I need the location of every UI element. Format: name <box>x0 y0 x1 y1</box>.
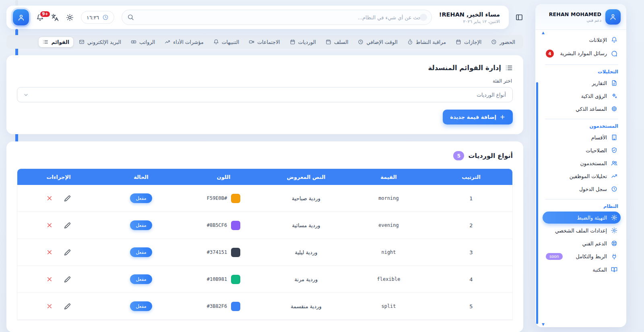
section-users: المستخدمون <box>545 123 618 129</box>
status-badge[interactable]: مفعل <box>130 193 152 203</box>
sidebar-scroll-down-icon[interactable]: ▼ <box>542 322 545 326</box>
color-hex: #3B82F6 <box>207 303 227 309</box>
tab-kpis[interactable]: مؤشرات الأداء <box>161 37 207 47</box>
sidebar-nav: الإعلانات رسائل الموارد البشرية 4 التحلي… <box>535 30 626 280</box>
cell-display: وردية مرنة <box>265 276 347 282</box>
sidebar-item-employee-analytics[interactable]: تحليلات الموظفين <box>543 170 621 182</box>
table-title: أنواع الورديات <box>468 152 513 160</box>
tab-leaves[interactable]: الإجازات <box>452 37 485 47</box>
color-swatch <box>231 221 240 230</box>
col-status: الحالة <box>100 174 182 180</box>
plug-icon <box>611 253 617 260</box>
sidebar-item-users[interactable]: المستخدمون <box>543 157 621 169</box>
status-badge[interactable]: مفعل <box>130 274 152 284</box>
clock-icon <box>102 14 109 21</box>
sidebar-scroll-up-icon[interactable]: ▲ <box>542 31 545 35</box>
sidebar-item-departments[interactable]: الأقسام <box>543 131 621 143</box>
color-hex: #10B981 <box>207 276 227 282</box>
sidebar-item-ai-assistant[interactable]: المساعد الذكي <box>543 103 621 115</box>
section-system: النظام <box>545 203 618 209</box>
sidebar-item-configuration-active[interactable]: التهيئة والضبط <box>543 212 621 224</box>
shift-types-card: أنواع الورديات 5 الترتيب القيمة النص الم… <box>6 141 523 332</box>
edit-button[interactable] <box>64 303 71 310</box>
status-badge[interactable]: مفعل <box>130 301 152 311</box>
list-icon <box>505 64 513 72</box>
tab-payroll[interactable]: الرواتب <box>127 37 159 47</box>
clock-icon <box>491 39 497 45</box>
divider <box>545 119 618 119</box>
greeting-block: مساء الخير, REHAN! الاثنين، ١٢ يناير ٢٠٢… <box>439 11 500 24</box>
tab-shifts[interactable]: الورديات <box>286 37 320 47</box>
tab-overtime[interactable]: الوقت الإضافي <box>354 37 401 47</box>
add-value-button[interactable]: إضافة قيمة جديدة <box>443 110 513 124</box>
color-hex: #F59E0B <box>207 195 227 201</box>
edit-button[interactable] <box>64 276 71 283</box>
calendar-icon <box>290 39 295 45</box>
cell-display: وردية منقسمة <box>265 303 347 309</box>
cell-display: وردية مسائية <box>265 222 347 228</box>
tab-attendance[interactable]: الحضور <box>487 37 519 47</box>
sidebar-item-library[interactable]: المكتبة <box>543 264 621 276</box>
tab-activity-monitoring[interactable]: مراقبة النشاط <box>403 37 450 47</box>
language-button[interactable] <box>51 14 59 21</box>
row-count-badge: 5 <box>453 151 464 160</box>
sidebar-scrollbar-thumb[interactable] <box>536 82 538 324</box>
edit-button[interactable] <box>64 195 71 202</box>
bell-icon <box>611 37 617 43</box>
notifications-button[interactable]: +9 <box>36 14 44 21</box>
tab-advances[interactable]: السلف <box>322 37 353 47</box>
cell-order: 5 <box>430 303 512 309</box>
col-actions: الإجراءات <box>17 174 100 180</box>
avatar[interactable] <box>605 9 621 25</box>
plus-icon <box>500 114 506 120</box>
delete-button[interactable] <box>46 276 53 282</box>
video-icon <box>249 39 254 45</box>
table-row: 4 flexible وردية مرنة #10B981 مفعل <box>17 266 512 293</box>
delete-button[interactable] <box>46 222 53 228</box>
chat-icon <box>611 50 617 57</box>
delete-button[interactable] <box>46 249 53 255</box>
tab-lists-active[interactable]: القوائم <box>39 37 73 47</box>
delete-button[interactable] <box>46 303 53 309</box>
time-widget[interactable]: ١٦:٢٦ <box>81 11 114 24</box>
sidebar-user-header[interactable]: REHAN MOHAMED دعم فني <box>535 4 626 30</box>
module-tabs: الحضور الإجازات مراقبة النشاط الوقت الإض… <box>6 35 523 49</box>
delete-button[interactable] <box>46 195 53 201</box>
sidebar-item-hr-messages[interactable]: رسائل الموارد البشرية 4 <box>543 47 621 60</box>
sidebar-item-tech-support[interactable]: الدعم الفني <box>543 237 621 249</box>
sidebar-item-permissions[interactable]: الصلاحيات <box>543 144 621 156</box>
edit-button[interactable] <box>64 249 71 256</box>
user-avatar-button[interactable] <box>13 9 29 25</box>
edit-button[interactable] <box>64 222 71 229</box>
cell-order: 3 <box>430 249 512 255</box>
col-display-text: النص المعروض <box>265 174 347 180</box>
tab-meetings[interactable]: الاجتماعات <box>245 37 284 47</box>
col-color: اللون <box>182 174 265 180</box>
sidebar-item-reports[interactable]: التقارير <box>543 77 621 89</box>
search-input[interactable] <box>122 10 432 25</box>
status-badge[interactable]: مفعل <box>130 247 152 257</box>
soon-badge: soon <box>546 253 563 260</box>
notifications-badge: +9 <box>39 10 51 18</box>
col-value: القيمة <box>347 174 430 180</box>
status-badge[interactable]: مفعل <box>130 220 152 230</box>
tab-alerts[interactable]: التنبيهات <box>209 37 244 47</box>
user-icon <box>17 14 25 21</box>
tab-email[interactable]: البريد الإلكتروني <box>75 37 125 47</box>
category-select-value: أنواع الورديات <box>477 92 506 98</box>
cell-value: split <box>347 303 430 309</box>
sidebar-item-profile-settings[interactable]: إعدادات الملف الشخصي <box>543 224 621 237</box>
cell-order: 4 <box>430 276 512 282</box>
sidebar-toggle-button[interactable] <box>515 13 523 21</box>
table-title-row: أنواع الورديات 5 <box>17 151 513 160</box>
sidebar-item-login-log[interactable]: سجل الدخول <box>543 183 621 195</box>
sidebar-item-announcements[interactable]: الإعلانات <box>543 34 621 46</box>
users-icon <box>611 160 617 166</box>
category-select[interactable]: أنواع الورديات <box>17 87 513 102</box>
theme-toggle-button[interactable] <box>66 14 74 21</box>
sidebar-item-integrations[interactable]: الربط والتكامل soon <box>543 250 621 263</box>
sidebar-item-smart-insights[interactable]: الرؤى الذكية <box>543 90 621 102</box>
right-sidebar: REHAN MOHAMED دعم فني ▲ ▼ الإعلانات رسائ… <box>535 4 626 327</box>
banknote-icon <box>131 39 136 45</box>
trend-icon <box>165 39 170 45</box>
